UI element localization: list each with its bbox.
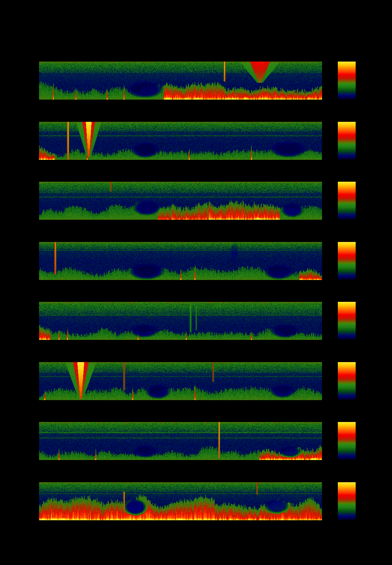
colorbar-panel-8 xyxy=(338,482,356,520)
spectrogram-panel-6 xyxy=(39,362,322,400)
spectrogram-panel-3 xyxy=(39,182,322,220)
colorbar-panel-4 xyxy=(338,242,356,280)
colorbar-panel-1 xyxy=(338,62,356,100)
spectrogram-panel-7 xyxy=(39,422,322,460)
spectrogram-panel-8 xyxy=(39,482,322,520)
spectrogram-panel-4 xyxy=(39,242,322,280)
spectrogram-panel-1 xyxy=(39,62,322,100)
spectrogram-figure xyxy=(0,0,392,565)
spectrogram-panel-2 xyxy=(39,122,322,160)
colorbar-panel-2 xyxy=(338,122,356,160)
colorbar-panel-6 xyxy=(338,362,356,400)
colorbar-panel-7 xyxy=(338,422,356,460)
colorbar-panel-5 xyxy=(338,302,356,340)
colorbar-panel-3 xyxy=(338,182,356,220)
spectrogram-panel-5 xyxy=(39,302,322,340)
